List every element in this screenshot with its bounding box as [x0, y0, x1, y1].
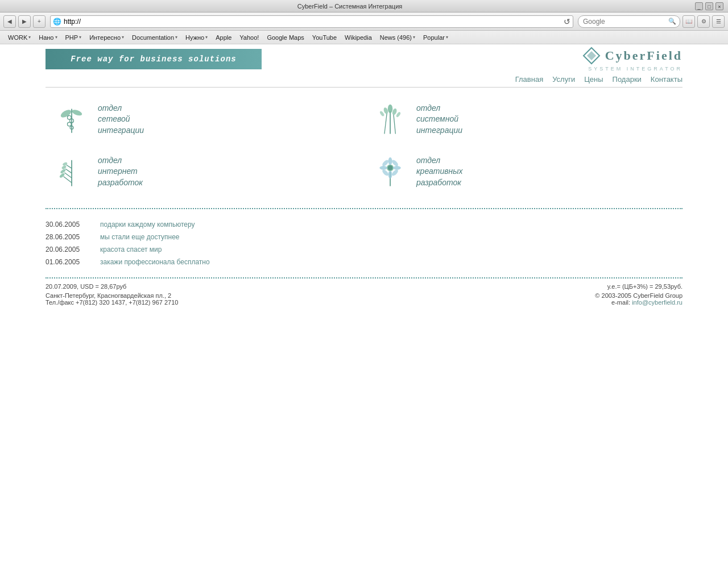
news-link-2[interactable]: мы стали еще доступнее: [100, 233, 179, 241]
news-row-2: 28.06.2005 мы стали еще доступнее: [46, 231, 682, 243]
bookmark-news[interactable]: News (496) ▾: [377, 33, 419, 42]
window-controls: _ □ ×: [695, 2, 723, 10]
svg-line-21: [66, 165, 71, 168]
chevron-down-icon: ▾: [205, 35, 208, 40]
bookmarks-button[interactable]: 📖: [682, 15, 695, 28]
news-date-4: 01.06.2005: [46, 258, 91, 266]
website-content: Free way for business solutions CyberFie…: [0, 44, 728, 363]
dept-internet: отдел интернет разработок: [46, 146, 364, 198]
departments-section: отдел сетевой интеграции: [0, 88, 728, 203]
bookmark-googlemaps[interactable]: Google Maps: [263, 33, 307, 42]
nav-gifts[interactable]: Подарки: [613, 75, 642, 84]
footer-email-link[interactable]: info@cyberfield.ru: [632, 299, 682, 306]
site-banner: Free way for business solutions: [46, 49, 262, 69]
dept-network: отдел сетевой интеграции: [46, 93, 364, 146]
news-row-4: 01.06.2005 закажи профессионала бесплатн…: [46, 256, 682, 268]
bookmark-wikipedia[interactable]: Wikipedia: [341, 33, 375, 42]
news-link-1[interactable]: подарки каждому компьютеру: [100, 221, 195, 228]
bookmark-documentation[interactable]: Documentation ▾: [129, 33, 181, 42]
settings-button[interactable]: ⚙: [697, 15, 710, 28]
win-minimize-button[interactable]: _: [695, 2, 703, 10]
bookmark-youtube[interactable]: YouTube: [309, 33, 340, 42]
back-button[interactable]: ◀: [3, 15, 16, 28]
dept-internet-icon: [55, 155, 89, 189]
footer-rates: 20.07.2009, USD = 28,67руб у.е.= (ЦБ+3%)…: [46, 282, 682, 291]
banner-text: Free way for business solutions: [71, 55, 236, 64]
bookmark-interesting[interactable]: Интересно ▾: [86, 33, 127, 42]
chevron-down-icon: ▾: [122, 35, 124, 40]
footer-address: Санкт-Петербург, Красногвардейская пл., …: [46, 292, 178, 299]
svg-marker-1: [587, 51, 596, 60]
forward-button[interactable]: ▶: [18, 15, 31, 28]
news-date-3: 20.06.2005: [46, 246, 91, 253]
news-row-1: 30.06.2005 подарки каждому компьютеру: [46, 218, 682, 231]
svg-point-3: [59, 108, 72, 119]
nav-prices[interactable]: Цены: [584, 75, 603, 84]
dept-system-icon: [373, 102, 407, 136]
search-icon[interactable]: 🔍: [668, 18, 676, 25]
news-link-4[interactable]: закажи профессионала бесплатно: [100, 258, 210, 266]
nav-contacts[interactable]: Контакты: [651, 75, 682, 84]
svg-point-12: [387, 104, 392, 113]
address-bar-container: 🌐 ↺: [50, 15, 573, 28]
footer-copyright: © 2003-2005 CyberField Group: [595, 292, 682, 299]
bookmark-popular[interactable]: Popular ▾: [420, 33, 452, 42]
chevron-down-icon: ▾: [175, 35, 177, 40]
footer-address-block: Санкт-Петербург, Красногвардейская пл., …: [46, 292, 178, 306]
dept-network-icon: [55, 102, 89, 136]
bookmark-php[interactable]: PHP ▾: [62, 33, 85, 42]
news-date-2: 28.06.2005: [46, 233, 91, 241]
dept-creative-icon: [373, 155, 407, 189]
footer-email-row: e-mail: info@cyberfield.ru: [595, 299, 682, 306]
site-header: Free way for business solutions CyberFie…: [0, 44, 728, 72]
chevron-down-icon: ▾: [79, 35, 81, 40]
win-close-button[interactable]: ×: [715, 2, 723, 10]
chevron-down-icon: ▾: [413, 35, 415, 40]
footer-phone: Тел./факс +7(812) 320 1437, +7(812) 967 …: [46, 299, 178, 306]
footer-info: Санкт-Петербург, Красногвардейская пл., …: [46, 291, 682, 307]
svg-point-31: [393, 165, 401, 169]
bookmark-apple[interactable]: Apple: [212, 33, 235, 42]
svg-point-28: [388, 157, 392, 165]
svg-point-15: [379, 110, 384, 117]
bookmark-work[interactable]: WORK ▾: [5, 33, 34, 42]
address-input[interactable]: [64, 18, 561, 26]
nav-services[interactable]: Услуги: [552, 75, 575, 84]
win-maximize-button[interactable]: □: [705, 2, 713, 10]
dept-system-text[interactable]: отдел системной интеграции: [416, 103, 462, 136]
chevron-down-icon: ▾: [446, 35, 448, 40]
svg-point-4: [71, 109, 82, 117]
site-navigation: Главная Услуги Цены Подарки Контакты: [0, 72, 728, 87]
svg-point-36: [387, 165, 392, 170]
menu-button[interactable]: ☰: [712, 15, 725, 28]
footer-copyright-block: © 2003-2005 CyberField Group e-mail: inf…: [595, 292, 682, 306]
svg-point-22: [59, 172, 65, 178]
news-section: 30.06.2005 подарки каждому компьютеру 28…: [0, 214, 728, 273]
chevron-down-icon: ▾: [28, 35, 31, 40]
add-tab-button[interactable]: +: [33, 15, 46, 28]
site-footer: 20.07.2009, USD = 28,67руб у.е.= (ЦБ+3%)…: [0, 278, 728, 310]
logo-icon-container: CyberField: [582, 47, 682, 65]
news-link-3[interactable]: красота спасет мир: [100, 246, 162, 253]
browser-title: CyberField – Системная Интеграция: [5, 3, 695, 10]
dept-internet-text[interactable]: отдел интернет разработок: [98, 155, 143, 189]
dept-network-text[interactable]: отдел сетевой интеграции: [98, 103, 144, 136]
bookmark-nujno[interactable]: Нужно ▾: [182, 33, 211, 42]
footer-email-label: e-mail:: [611, 299, 630, 306]
search-input[interactable]: [583, 18, 668, 26]
dept-creative-text[interactable]: отдел креативных разработок: [416, 155, 463, 189]
nav-home[interactable]: Главная: [515, 75, 543, 84]
chevron-down-icon: ▾: [55, 35, 57, 40]
svg-point-29: [388, 171, 392, 178]
bookmark-nano[interactable]: Нано ▾: [35, 33, 60, 42]
toolbar-actions: 📖 ⚙ ☰: [682, 15, 725, 28]
page-icon: 🌐: [53, 18, 61, 26]
svg-point-7: [67, 122, 71, 126]
svg-point-30: [379, 165, 387, 169]
bookmark-yahoo[interactable]: Yahoo!: [236, 33, 262, 42]
logo-brand-text: CyberField: [605, 48, 682, 63]
refresh-button[interactable]: ↺: [564, 17, 570, 26]
dept-creative: отдел креативных разработок: [364, 146, 682, 198]
separator-top: [46, 208, 682, 209]
svg-line-19: [64, 172, 72, 177]
